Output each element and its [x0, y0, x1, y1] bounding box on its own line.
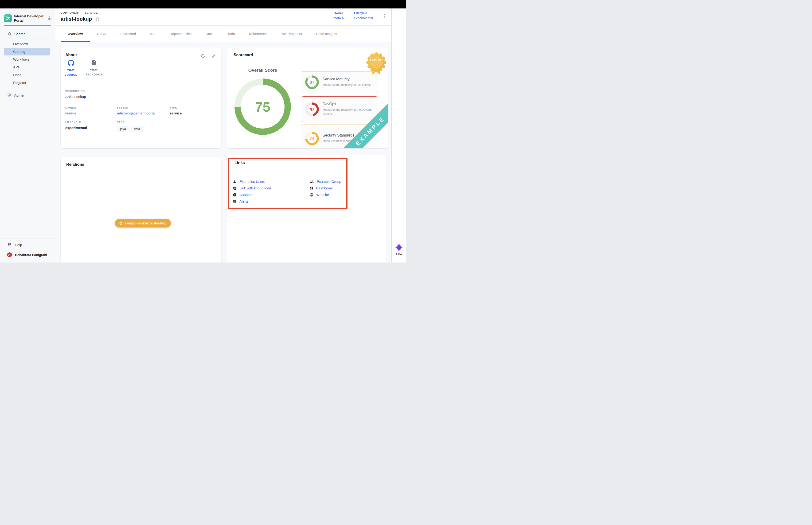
tag-chip[interactable]: java: [117, 126, 129, 132]
edit-pencil-icon[interactable]: [212, 54, 216, 59]
lifecycle-meta: Lifecycle experimental: [354, 11, 373, 20]
links-card: Links Examples Users Link with Cloud Ico…: [227, 155, 386, 262]
system-field: SYSTEM artist-engagement-portal: [117, 106, 155, 115]
links-title: Links: [234, 161, 245, 165]
overview-content: About: [56, 42, 391, 262]
search-input[interactable]: Search: [8, 32, 26, 36]
sidebar-item-admin[interactable]: Admin: [0, 91, 55, 100]
globe-icon: [233, 199, 236, 203]
people-icon: [310, 180, 314, 183]
link-label: Support: [240, 193, 252, 197]
system-field-link[interactable]: artist-engagement-portal: [117, 111, 155, 115]
sidebar-item-api[interactable]: API: [4, 63, 50, 71]
metric-name: DevOps: [323, 102, 374, 106]
metric-name: Service Maturity: [323, 77, 371, 81]
favorite-star-icon[interactable]: [95, 17, 100, 21]
about-title: About: [65, 52, 77, 57]
link-dashboard[interactable]: Dashboard: [310, 186, 333, 190]
brand-home-button[interactable]: Internal Developer Portal: [4, 14, 52, 22]
entity-header: COMPONENT — SERVICE artist-lookup Owner …: [56, 9, 391, 26]
search-label: Search: [14, 32, 26, 36]
user-menu[interactable]: DP Debabrata Panigrahi: [0, 250, 55, 262]
aida-flower-icon: [395, 243, 403, 252]
relations-title: Relations: [66, 162, 85, 167]
sidebar-item-catalog[interactable]: Catalog: [4, 48, 50, 56]
globe-icon: [310, 193, 313, 197]
relation-node-label: component:artist-lookup: [125, 221, 167, 225]
view-techdocs-label: VIEW TECHDOCS: [83, 67, 105, 77]
overall-score-value: 75: [255, 99, 271, 115]
avatar: DP: [6, 252, 13, 258]
tab-scorecard[interactable]: Scorecard: [113, 26, 143, 42]
link-label: Link with Cloud Icon: [240, 186, 271, 190]
sidebar-item-workflows[interactable]: Workflows: [4, 56, 50, 63]
link-alerts[interactable]: Alerts: [233, 199, 248, 203]
link-cloud[interactable]: Link with Cloud Icon: [233, 186, 271, 190]
description-value: Artist Lookup: [65, 95, 86, 99]
document-icon: [91, 60, 97, 66]
link-website[interactable]: Website: [310, 193, 329, 197]
view-source-label: VIEW SOURCE: [62, 68, 80, 77]
overall-score-ring: 75: [234, 78, 291, 135]
owner-label: Owner: [333, 11, 344, 15]
link-support[interactable]: ? Support: [233, 193, 252, 197]
gold-tier-label: Gold Tier: [369, 58, 383, 62]
metric-value: 74: [309, 136, 315, 141]
view-techdocs-button[interactable]: VIEW TECHDOCS: [83, 60, 105, 77]
admin-label: Admin: [14, 93, 24, 97]
description-field: DESCRIPTION Artist Lookup: [65, 90, 86, 99]
tab-kubernetes[interactable]: Kubernetes: [242, 26, 274, 42]
link-label: Alerts: [240, 199, 248, 203]
lifecycle-field-label: LIFECYCLE: [65, 121, 87, 124]
help-chat-icon: ?: [7, 242, 12, 247]
lifecycle-label: Lifecycle: [354, 11, 373, 15]
page-title: artist-lookup: [61, 16, 92, 22]
link-label: Example Group: [317, 180, 341, 183]
tab-cicd[interactable]: CI/CD: [90, 26, 113, 42]
relations-card: Relations component:artist-lookup: [61, 157, 221, 262]
refresh-icon[interactable]: [200, 54, 205, 59]
view-source-button[interactable]: VIEW SOURCE: [62, 60, 80, 77]
dashboard-icon: [310, 186, 313, 190]
app-window: Internal Developer Portal Search Overvie…: [0, 0, 406, 262]
owner-field-link[interactable]: team-a: [65, 111, 76, 115]
sidebar-item-overview[interactable]: Overview: [4, 40, 50, 48]
svg-text:?: ?: [234, 193, 235, 196]
entity-tabs: Overview CI/CD Scorecard API Dependencie…: [56, 26, 391, 42]
aida-assistant-button[interactable]: AIDA: [392, 243, 406, 255]
help-button[interactable]: ? Help: [0, 239, 55, 250]
link-example-group[interactable]: Example Group: [310, 180, 341, 183]
metric-description: Measures the reliability of the DevOps p…: [323, 108, 374, 116]
scorecard-title: Scorecard: [233, 52, 253, 57]
link-label: Examples Users: [240, 180, 265, 183]
owner-link[interactable]: team-a: [333, 16, 344, 20]
tag-chip[interactable]: data: [131, 126, 143, 132]
more-options-icon[interactable]: [383, 13, 386, 20]
tab-api[interactable]: API: [143, 26, 163, 42]
link-examples-users[interactable]: Examples Users: [233, 180, 265, 183]
tab-todo[interactable]: Todo: [220, 26, 242, 42]
metric-ring: 74: [305, 132, 319, 145]
gold-tier-badge: Gold Tier: [366, 52, 386, 77]
owner-field-label: OWNER: [65, 106, 76, 109]
tab-dependencies[interactable]: Dependencies: [163, 26, 199, 42]
help-label: Help: [15, 243, 22, 247]
metric-devops[interactable]: 47 DevOps Measures the reliability of th…: [301, 96, 378, 122]
system-field-label: SYSTEM: [117, 106, 155, 109]
tab-docs[interactable]: Docs: [199, 26, 220, 42]
tags-field-label: TAGS: [117, 121, 143, 124]
type-field: TYPE service: [170, 106, 182, 115]
scorecard-card: Scorecard: [227, 47, 388, 148]
sidebar-item-docs[interactable]: Docs: [4, 71, 50, 79]
svg-text:?: ?: [9, 243, 10, 245]
sidebar-item-register[interactable]: Register: [4, 79, 50, 87]
apps-grid-icon[interactable]: [47, 16, 52, 20]
main-area: COMPONENT — SERVICE artist-lookup Owner …: [56, 9, 391, 262]
tab-pull-requests[interactable]: Pull Requests: [274, 26, 309, 42]
relation-node-artist-lookup[interactable]: component:artist-lookup: [115, 219, 171, 227]
tab-overview[interactable]: Overview: [61, 26, 90, 42]
portal-title: Internal Developer Portal: [14, 14, 45, 22]
sidebar: Internal Developer Portal Search Overvie…: [0, 9, 55, 262]
tab-code-insights[interactable]: Code Insights: [309, 26, 344, 42]
breadcrumb: COMPONENT — SERVICE: [61, 11, 98, 14]
